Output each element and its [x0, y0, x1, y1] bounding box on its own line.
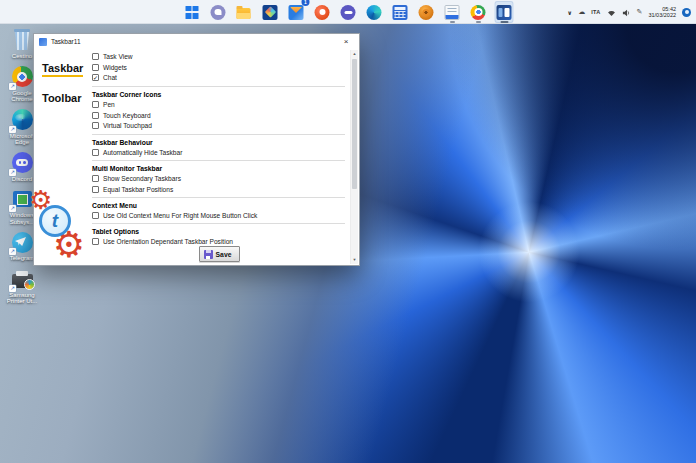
- window-body: Taskbar Toolbar Task View Widgets ✓ Chat…: [34, 49, 359, 265]
- taskbar11-app-icon: [497, 5, 512, 20]
- desktop-icon-samsung-printer[interactable]: ↗ Samsung Printer Ut...: [2, 267, 42, 305]
- checkbox[interactable]: [92, 112, 99, 119]
- taskbar-item-file-explorer[interactable]: [235, 1, 254, 23]
- checkbox-checked[interactable]: ✓: [92, 74, 99, 81]
- checkbox[interactable]: [92, 101, 99, 108]
- taskbar-item-photos[interactable]: [261, 1, 280, 23]
- calculator-icon: [393, 5, 408, 20]
- checkbox-label: Use Old Context Menu For Right Mouse But…: [103, 212, 257, 219]
- checkbox-row-touch-keyboard[interactable]: Touch Keyboard: [92, 110, 345, 121]
- checkbox[interactable]: [92, 149, 99, 156]
- taskbar-item-chrome[interactable]: [469, 1, 488, 23]
- taskbar-item-calculator[interactable]: [391, 1, 410, 23]
- window-titlebar[interactable]: Taskbar11 ×: [34, 34, 359, 49]
- running-indicator: [450, 21, 455, 23]
- printer-utility-icon: ↗: [10, 267, 34, 291]
- desktop-icon-label: Samsung Printer Ut...: [2, 292, 42, 305]
- language-indicator[interactable]: ITA: [591, 9, 600, 15]
- save-button-row: Save: [88, 246, 351, 262]
- mail-icon: [289, 5, 304, 20]
- checkbox-row-old-context-menu[interactable]: Use Old Context Menu For Right Mouse But…: [92, 210, 345, 221]
- separator: [92, 86, 345, 87]
- nav-tab-taskbar[interactable]: Taskbar: [42, 62, 83, 77]
- system-tray: ∨ ☁ ITA ✎ 05:42 31/03/2022: [567, 0, 691, 24]
- wifi-icon[interactable]: [607, 3, 616, 21]
- separator: [92, 134, 345, 135]
- pen-icon[interactable]: ✎: [637, 8, 643, 16]
- scroll-down-arrow-icon[interactable]: ▼: [351, 256, 358, 264]
- start-button[interactable]: [183, 1, 202, 23]
- edge-icon: [367, 5, 382, 20]
- checkbox[interactable]: [92, 122, 99, 129]
- taskbar-item-teams-chat[interactable]: [209, 1, 228, 23]
- checkbox-label: Equal Taskbar Positions: [103, 186, 173, 193]
- purple-app-icon: [341, 5, 356, 20]
- checkbox-row-virtual-touchpad[interactable]: Virtual Touchpad: [92, 120, 345, 131]
- nav-tab-toolbar[interactable]: Toolbar: [42, 92, 82, 104]
- checkbox-label: Pen: [103, 101, 115, 108]
- hidden-icons-chevron[interactable]: ∨: [567, 9, 572, 16]
- mail-badge: 1: [302, 0, 310, 6]
- desktop-icon-label: Cestino: [12, 53, 32, 60]
- shortcut-arrow-icon: ↗: [9, 83, 16, 90]
- shortcut-arrow-icon: ↗: [9, 285, 16, 292]
- edge-icon: ↗: [10, 108, 34, 132]
- taskbar11-window: Taskbar11 × Taskbar Toolbar Task View Wi…: [33, 33, 360, 266]
- shortcut-arrow-icon: ↗: [9, 126, 16, 133]
- separator: [92, 197, 345, 198]
- chrome-icon: ↗: [10, 65, 34, 89]
- taskbar-item-browser-orange[interactable]: [417, 1, 436, 23]
- discord-icon: ↗: [10, 151, 34, 175]
- folder-icon: [237, 8, 251, 19]
- telegram-icon: ↗: [10, 230, 34, 254]
- taskbar-item-notepad[interactable]: [443, 1, 462, 23]
- checkbox[interactable]: [92, 175, 99, 182]
- office-icon: [315, 5, 330, 20]
- section-header-taskbar-corner-icons: Taskbar Corner Icons: [92, 88, 345, 99]
- checkbox-label: Widgets: [103, 64, 127, 71]
- checkbox[interactable]: [92, 238, 99, 245]
- active-indicator: [500, 21, 508, 23]
- checkbox-row-chat[interactable]: ✓ Chat: [92, 73, 345, 84]
- checkbox-label: Virtual Touchpad: [103, 122, 152, 129]
- checkbox-row-widgets[interactable]: Widgets: [92, 62, 345, 73]
- section-header-context-menu: Context Menu: [92, 199, 345, 210]
- checkbox[interactable]: [92, 53, 99, 60]
- scrollbar-thumb[interactable]: [352, 59, 357, 189]
- checkbox-label: Use Orientation Dependant Taskbar Positi…: [103, 238, 233, 245]
- checkbox-row-auto-hide[interactable]: Automatically Hide Taskbar: [92, 147, 345, 158]
- checkbox-row-secondary-taskbars[interactable]: Show Secondary Taskbars: [92, 173, 345, 184]
- taskbar-clock[interactable]: 05:42 31/03/2022: [648, 6, 676, 19]
- checkbox[interactable]: [92, 186, 99, 193]
- taskbar-item-office[interactable]: [313, 1, 332, 23]
- notification-badge-icon[interactable]: [682, 8, 691, 17]
- orange-browser-icon: [419, 5, 434, 20]
- taskbar-item-taskbar11-active[interactable]: [495, 1, 514, 23]
- checkbox[interactable]: [92, 64, 99, 71]
- windows-logo-icon: [186, 6, 199, 19]
- close-button[interactable]: ×: [338, 35, 354, 49]
- desktop-icon-label: Telegram: [10, 255, 35, 262]
- checkbox-row-equal-positions[interactable]: Equal Taskbar Positions: [92, 184, 345, 195]
- onedrive-cloud-icon[interactable]: ☁: [578, 8, 585, 16]
- taskbar-item-purple-app[interactable]: [339, 1, 358, 23]
- screen: 1 ∨ ☁ ITA ✎: [0, 0, 696, 463]
- running-indicator: [476, 21, 481, 23]
- notepad-icon: [445, 5, 460, 20]
- shortcut-arrow-icon: ↗: [9, 248, 16, 255]
- checkbox-label: Task View: [103, 53, 133, 60]
- chat-bubble-icon: [211, 5, 226, 20]
- save-button[interactable]: Save: [199, 246, 241, 262]
- scroll-up-arrow-icon[interactable]: ▲: [351, 50, 358, 58]
- separator: [92, 160, 345, 161]
- checkbox[interactable]: [92, 212, 99, 219]
- save-button-label: Save: [216, 251, 232, 258]
- checkbox-row-task-view[interactable]: Task View: [92, 51, 345, 62]
- taskbar-item-edge[interactable]: [365, 1, 384, 23]
- checkbox-row-pen[interactable]: Pen: [92, 99, 345, 110]
- chrome-icon: [471, 5, 486, 20]
- volume-icon[interactable]: [622, 3, 631, 21]
- taskbar-item-mail[interactable]: 1: [287, 1, 306, 23]
- taskbar: 1 ∨ ☁ ITA ✎: [0, 0, 696, 24]
- dialog-scrollbar[interactable]: ▲ ▼: [350, 50, 358, 264]
